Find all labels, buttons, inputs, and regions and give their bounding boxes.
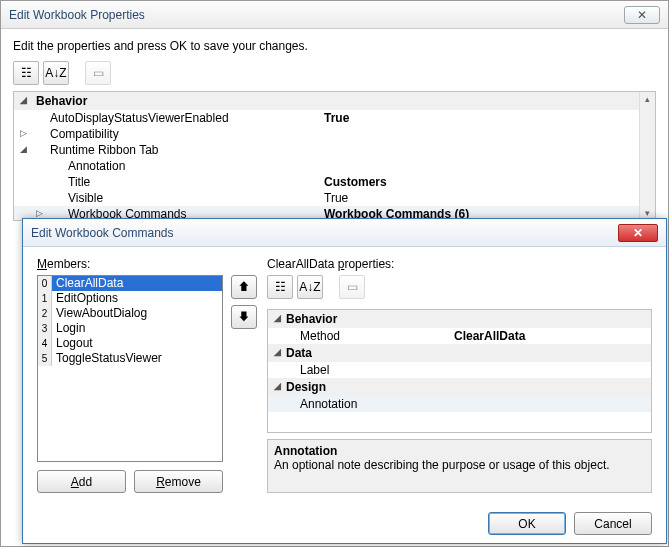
category-behavior[interactable]: ◢Behavior bbox=[14, 92, 655, 110]
prop-row[interactable]: TitleCustomers bbox=[14, 174, 655, 190]
property-toolbar: ☷ A↓Z ▭ bbox=[13, 61, 656, 85]
category-design[interactable]: ◢Design bbox=[268, 378, 651, 396]
instruction-text: Edit the properties and press OK to save… bbox=[13, 39, 656, 53]
add-button[interactable]: Add bbox=[37, 470, 126, 493]
sort-icon: A↓Z bbox=[45, 66, 66, 80]
properties-label: ClearAllData properties: bbox=[267, 257, 652, 271]
prop-row[interactable]: Annotation bbox=[268, 396, 651, 412]
property-pages-button: ▭ bbox=[339, 275, 365, 299]
collapse-icon[interactable]: ◢ bbox=[274, 381, 284, 391]
property-toolbar: ☷ A↓Z ▭ bbox=[267, 275, 652, 299]
prop-row[interactable]: VisibleTrue bbox=[14, 190, 655, 206]
prop-row[interactable]: AutoDisplayStatusViewerEnabledTrue bbox=[14, 110, 655, 126]
close-icon: ✕ bbox=[633, 226, 643, 240]
ok-button[interactable]: OK bbox=[488, 512, 566, 535]
expand-icon[interactable]: ▷ bbox=[36, 208, 46, 218]
prop-row[interactable]: ▷Compatibility bbox=[14, 126, 655, 142]
members-label: Members: bbox=[37, 257, 223, 271]
vertical-scrollbar[interactable] bbox=[639, 92, 655, 220]
list-item[interactable]: 2ViewAboutDialog bbox=[38, 306, 222, 321]
list-item[interactable]: 3Login bbox=[38, 321, 222, 336]
help-description: An optional note describing the purpose … bbox=[274, 458, 645, 472]
category-icon: ☷ bbox=[21, 66, 32, 80]
sort-icon: A↓Z bbox=[299, 280, 320, 294]
prop-row[interactable]: Annotation bbox=[14, 158, 655, 174]
page-icon: ▭ bbox=[347, 280, 358, 294]
expand-icon[interactable]: ▷ bbox=[20, 128, 30, 138]
list-item[interactable]: 1EditOptions bbox=[38, 291, 222, 306]
cancel-button[interactable]: Cancel bbox=[574, 512, 652, 535]
edit-workbook-commands-dialog: Edit Workbook Commands ✕ Members: 0Clear… bbox=[22, 218, 667, 544]
prop-row[interactable]: ◢Runtime Ribbon Tab bbox=[14, 142, 655, 158]
close-button[interactable]: ✕ bbox=[618, 224, 658, 242]
arrow-up-icon: 🡅 bbox=[238, 280, 250, 294]
list-item[interactable]: 4Logout bbox=[38, 336, 222, 351]
help-pane: Annotation An optional note describing t… bbox=[267, 439, 652, 493]
collapse-icon[interactable]: ◢ bbox=[20, 95, 30, 105]
categorized-button[interactable]: ☷ bbox=[13, 61, 39, 85]
prop-row[interactable]: MethodClearAllData bbox=[268, 328, 651, 344]
property-grid[interactable]: ◢Behavior MethodClearAllData ◢Data Label… bbox=[267, 309, 652, 433]
dialog-titlebar: Edit Workbook Commands ✕ bbox=[23, 219, 666, 247]
members-listbox[interactable]: 0ClearAllData 1EditOptions 2ViewAboutDia… bbox=[37, 275, 223, 462]
close-button[interactable]: ✕ bbox=[624, 6, 660, 24]
help-title: Annotation bbox=[274, 444, 645, 458]
collapse-icon[interactable]: ◢ bbox=[274, 347, 284, 357]
list-item[interactable]: 5ToggleStatusViewer bbox=[38, 351, 222, 366]
categorized-button[interactable]: ☷ bbox=[267, 275, 293, 299]
move-up-button[interactable]: 🡅 bbox=[231, 275, 257, 299]
dialog-titlebar: Edit Workbook Properties ✕ bbox=[1, 1, 668, 29]
collapse-icon[interactable]: ◢ bbox=[274, 313, 284, 323]
dialog-title: Edit Workbook Commands bbox=[31, 226, 174, 240]
arrow-down-icon: 🡇 bbox=[238, 310, 250, 324]
category-behavior[interactable]: ◢Behavior bbox=[268, 310, 651, 328]
dialog-title: Edit Workbook Properties bbox=[9, 8, 145, 22]
close-icon: ✕ bbox=[637, 8, 647, 22]
page-icon: ▭ bbox=[93, 66, 104, 80]
property-grid[interactable]: ◢Behavior AutoDisplayStatusViewerEnabled… bbox=[13, 91, 656, 221]
prop-row[interactable]: Label bbox=[268, 362, 651, 378]
category-icon: ☷ bbox=[275, 280, 286, 294]
category-data[interactable]: ◢Data bbox=[268, 344, 651, 362]
alphabetical-button[interactable]: A↓Z bbox=[297, 275, 323, 299]
alphabetical-button[interactable]: A↓Z bbox=[43, 61, 69, 85]
move-down-button[interactable]: 🡇 bbox=[231, 305, 257, 329]
collapse-icon[interactable]: ◢ bbox=[20, 144, 30, 154]
remove-button[interactable]: Remove bbox=[134, 470, 223, 493]
list-item[interactable]: 0ClearAllData bbox=[38, 276, 222, 291]
property-pages-button: ▭ bbox=[85, 61, 111, 85]
